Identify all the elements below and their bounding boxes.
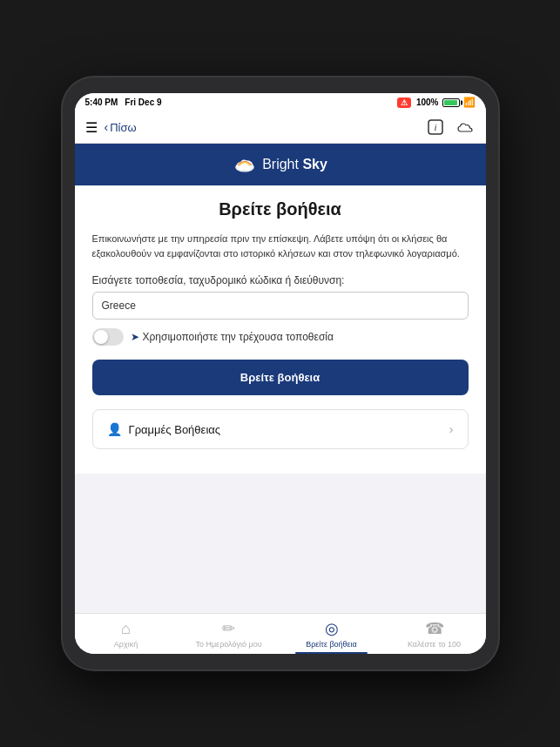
tab-diary-label: Το Ημερολόγιό μου <box>195 640 261 649</box>
status-time: 5:40 PM <box>85 98 118 107</box>
nav-right-icons: i <box>425 117 476 138</box>
tab-call-100[interactable]: ☎ Καλέστε το 100 <box>383 614 486 654</box>
main-content: Bright Sky Βρείτε βοήθεια Επικοινωνήστε … <box>75 144 486 613</box>
svg-text:i: i <box>434 122 436 132</box>
tab-find-help-icon: ◎ <box>325 619 339 638</box>
status-date: Fri Dec 9 <box>125 98 161 107</box>
tab-home-icon: ⌂ <box>121 620 131 638</box>
status-bar-right: ⚠ 100% 📶 <box>397 97 476 108</box>
header-title: Bright Sky <box>262 157 327 172</box>
nav-bar: ☰ ‹ Πίσω i <box>75 111 486 144</box>
back-chevron-icon: ‹ <box>105 120 109 134</box>
tablet-screen: 5:40 PM Fri Dec 9 ⚠ 100% 📶 ☰ ‹ Πίσω <box>75 93 486 654</box>
tab-home-label: Αρχική <box>114 640 138 649</box>
menu-icon[interactable]: ☰ <box>85 119 98 136</box>
status-bar-left: 5:40 PM Fri Dec 9 <box>85 98 162 107</box>
tab-find-help-label: Βρείτε βοήθεια <box>306 640 357 649</box>
battery-icon <box>442 98 460 107</box>
status-bar: 5:40 PM Fri Dec 9 ⚠ 100% 📶 <box>75 93 486 111</box>
tab-diary[interactable]: ✏ Το Ημερολόγιό μου <box>178 614 280 654</box>
back-label: Πίσω <box>110 121 136 134</box>
helplines-label: Γραμμές Βοήθειας <box>129 423 221 436</box>
back-button[interactable]: ‹ Πίσω <box>105 120 425 134</box>
header-banner: Bright Sky <box>75 144 486 185</box>
helplines-person-icon: 👤 <box>107 422 122 436</box>
tab-bar: ⌂ Αρχική ✏ Το Ημερολόγιό μου ◎ Βρείτε βο… <box>75 613 486 654</box>
battery-percent: 100% <box>416 98 439 107</box>
battery-fill <box>444 100 457 105</box>
page-title: Βρείτε βοήθεια <box>92 199 469 219</box>
bright-sky-logo <box>233 156 257 173</box>
location-toggle-row: ➤ Χρησιμοποιήστε την τρέχουσα τοποθεσία <box>92 328 469 346</box>
header-logo: Bright Sky <box>233 156 327 173</box>
tab-call-label: Καλέστε το 100 <box>408 640 461 649</box>
helplines-row[interactable]: 👤 Γραμμές Βοήθειας › <box>92 409 469 449</box>
info-icon[interactable]: i <box>425 117 446 138</box>
battery-box <box>442 98 460 107</box>
location-arrow-icon: ➤ <box>131 331 139 343</box>
header-title-sky: Sky <box>302 157 327 172</box>
helplines-chevron-icon: › <box>449 422 454 436</box>
cloud-icon[interactable] <box>455 117 476 138</box>
field-label: Εισάγετε τοποθεσία, ταχυδρομικό κώδικα ή… <box>92 274 469 286</box>
tab-home[interactable]: ⌂ Αρχική <box>75 614 178 654</box>
page-content: Βρείτε βοήθεια Επικοινωνήστε με την υπηρ… <box>75 185 486 474</box>
toggle-text: Χρησιμοποιήστε την τρέχουσα τοποθεσία <box>143 331 334 343</box>
toggle-knob <box>94 330 108 344</box>
find-help-button[interactable]: Βρείτε βοήθεια <box>92 360 469 395</box>
tablet-frame: 5:40 PM Fri Dec 9 ⚠ 100% 📶 ☰ ‹ Πίσω <box>63 77 498 670</box>
location-input[interactable] <box>92 292 469 320</box>
tab-call-icon: ☎ <box>425 619 444 638</box>
location-toggle[interactable] <box>92 328 124 346</box>
toggle-label: ➤ Χρησιμοποιήστε την τρέχουσα τοποθεσία <box>131 331 334 343</box>
description-text: Επικοινωνήστε με την υπηρεσία πριν την ε… <box>92 232 469 260</box>
battery-alert-icon: ⚠ <box>397 98 411 108</box>
tab-diary-icon: ✏ <box>222 619 235 638</box>
tab-find-help[interactable]: ◎ Βρείτε βοήθεια <box>280 614 383 654</box>
helplines-left: 👤 Γραμμές Βοήθειας <box>107 422 221 436</box>
wifi-icon: 📶 <box>463 97 476 108</box>
header-title-bright: Bright <box>262 157 302 172</box>
